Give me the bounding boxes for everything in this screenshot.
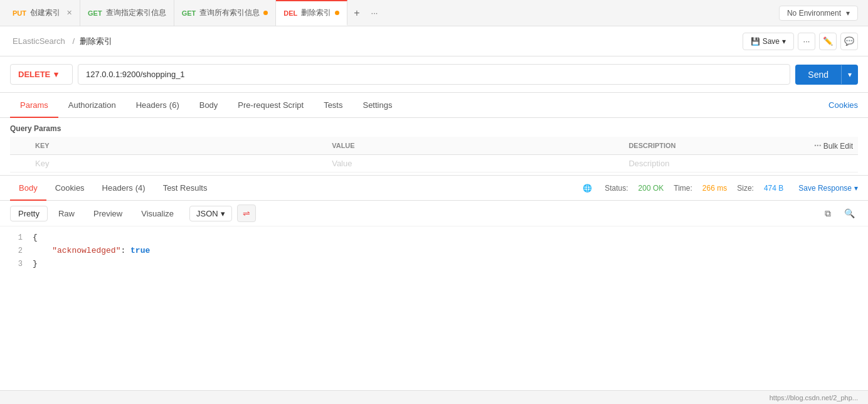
table-more-icon[interactable]: ··· <box>814 141 822 151</box>
tab-tests[interactable]: Tests <box>314 93 352 118</box>
table-row: Key Value Description <box>10 155 858 173</box>
tab-add-button[interactable]: + <box>347 8 366 19</box>
col-actions-header: ··· Bulk Edit <box>808 137 858 155</box>
tab-authorization[interactable]: Authorization <box>58 93 126 118</box>
row-value-cell[interactable]: Value <box>327 155 623 173</box>
chevron-down-icon: ▾ <box>846 9 850 18</box>
tab-prerequest-label: Pre-request Script <box>238 100 304 110</box>
json-response-area: 1 { 2 "acknowledged": true 3 } <box>0 226 868 275</box>
tab-put-create[interactable]: PUT 创建索引 ✕ <box>5 0 80 26</box>
json-value-true: true <box>130 246 150 255</box>
request-bar: DELETE ▾ Send ▾ <box>0 56 868 93</box>
tab-dot-del <box>335 11 339 15</box>
line-number-2: 2 <box>10 245 23 257</box>
tab-authorization-label: Authorization <box>68 100 116 110</box>
response-actions: ⧉ 🔍 <box>819 205 858 222</box>
search-response-button[interactable]: 🔍 <box>840 205 858 222</box>
tab-get-query-all[interactable]: GET 查询所有索引信息 <box>174 0 277 26</box>
col-key-header: KEY <box>30 137 327 155</box>
more-options-button[interactable]: ··· <box>798 33 815 50</box>
url-input[interactable] <box>78 64 790 85</box>
tab-dot-get2 <box>263 11 268 15</box>
row-key-cell[interactable]: Key <box>30 155 327 173</box>
tab-params[interactable]: Params <box>10 93 58 118</box>
tab-more-button[interactable]: ··· <box>366 8 383 18</box>
save-icon: 💾 <box>751 37 760 46</box>
tab-settings[interactable]: Settings <box>352 93 402 118</box>
row-actions-cell <box>808 155 858 173</box>
col-check-header <box>10 137 30 155</box>
edit-icon: ✏️ <box>823 36 833 46</box>
fmt-tab-pretty[interactable]: Pretty <box>10 206 48 221</box>
tab-close-put[interactable]: ✕ <box>66 9 72 17</box>
edit-button[interactable]: ✏️ <box>819 33 837 50</box>
params-section: Query Params KEY VALUE DESCRIPTION ··· B… <box>0 118 868 173</box>
save-button[interactable]: 💾 Save ▾ <box>743 33 794 50</box>
response-status-bar: 🌐 Status: 200 OK Time: 266 ms Size: 474 … <box>583 184 858 193</box>
env-label: No Environment <box>787 9 841 18</box>
fmt-tab-preview[interactable]: Preview <box>85 206 130 221</box>
breadcrumb-collection[interactable]: ELasticSearch <box>13 36 65 46</box>
tab-method-get1: GET <box>88 9 102 17</box>
tab-label-create: 创建索引 <box>30 8 60 18</box>
resp-tab-cookies[interactable]: Cookies <box>46 176 93 201</box>
line-number-3: 3 <box>10 258 23 270</box>
environment-selector[interactable]: No Environment ▾ <box>779 6 858 21</box>
resp-tab-headers[interactable]: Headers (4) <box>93 176 154 201</box>
headers-badge: (6) <box>169 100 179 110</box>
json-acknowledged-line: "acknowledged": true <box>33 245 150 258</box>
breadcrumb-actions: 💾 Save ▾ ··· ✏️ 💬 <box>743 33 858 50</box>
bulk-edit-button[interactable]: Bulk Edit <box>823 142 853 151</box>
row-desc-cell[interactable]: Description <box>623 155 808 173</box>
tab-get-query-single[interactable]: GET 查询指定索引信息 <box>80 0 174 26</box>
tab-body[interactable]: Body <box>189 93 228 118</box>
cookies-link[interactable]: Cookies <box>828 100 858 110</box>
tab-body-label: Body <box>199 100 218 110</box>
send-label: Send <box>795 65 841 85</box>
tab-label-query-all: 查询所有索引信息 <box>199 8 260 18</box>
method-selector[interactable]: DELETE ▾ <box>10 64 73 85</box>
method-label: DELETE <box>18 70 50 79</box>
params-table: KEY VALUE DESCRIPTION ··· Bulk Edit Key … <box>10 137 858 173</box>
json-brace-close: } <box>33 258 38 271</box>
row-check-cell <box>10 155 30 173</box>
json-line-3: 3 } <box>10 258 858 271</box>
fmt-tab-raw[interactable]: Raw <box>50 206 83 221</box>
method-chevron-icon: ▾ <box>54 70 58 79</box>
send-dropdown-icon[interactable]: ▾ <box>841 65 858 84</box>
tab-headers[interactable]: Headers (6) <box>126 93 189 118</box>
send-button[interactable]: Send ▾ <box>795 65 858 85</box>
resp-tab-test-results[interactable]: Test Results <box>154 176 216 201</box>
save-response-label: Save Response <box>798 184 852 193</box>
resp-tab-body-label: Body <box>19 183 38 193</box>
comment-icon: 💬 <box>844 36 854 46</box>
bottom-url: https://blog.csdn.net/2_php... <box>770 394 858 401</box>
resp-headers-badge: (4) <box>135 183 146 193</box>
time-label: Time: <box>674 184 692 193</box>
breadcrumb-bar: ELasticSearch / 删除索引 💾 Save ▾ ··· ✏️ 💬 <box>0 26 868 56</box>
comment-button[interactable]: 💬 <box>840 33 858 50</box>
copy-response-button[interactable]: ⧉ <box>819 205 837 222</box>
save-response-button[interactable]: Save Response ▾ <box>798 184 858 193</box>
wrap-icon: ⇌ <box>243 208 250 218</box>
json-line-1: 1 { <box>10 231 858 245</box>
breadcrumb: ELasticSearch / 删除索引 <box>10 36 743 47</box>
format-type-selector[interactable]: JSON ▾ <box>189 206 232 221</box>
json-key-acknowledged: "acknowledged" <box>52 246 120 255</box>
resp-tab-test-label: Test Results <box>163 183 208 193</box>
format-chevron-icon: ▾ <box>221 209 225 218</box>
wrap-lines-button[interactable]: ⇌ <box>237 205 256 222</box>
more-icon: ··· <box>803 36 810 46</box>
tab-method-put: PUT <box>13 9 26 17</box>
col-desc-header: DESCRIPTION <box>623 137 808 155</box>
status-label: Status: <box>605 184 628 193</box>
fmt-tab-visualize[interactable]: Visualize <box>133 206 182 221</box>
resp-tab-cookies-label: Cookies <box>55 183 85 193</box>
globe-icon: 🌐 <box>583 184 592 193</box>
tab-prerequest[interactable]: Pre-request Script <box>228 93 314 118</box>
tab-del-delete[interactable]: DEL 删除索引 <box>276 0 347 26</box>
save-dropdown-icon[interactable]: ▾ <box>782 37 786 46</box>
resp-tab-body[interactable]: Body <box>10 176 46 201</box>
save-label: Save <box>763 37 780 46</box>
copy-icon: ⧉ <box>825 208 831 219</box>
